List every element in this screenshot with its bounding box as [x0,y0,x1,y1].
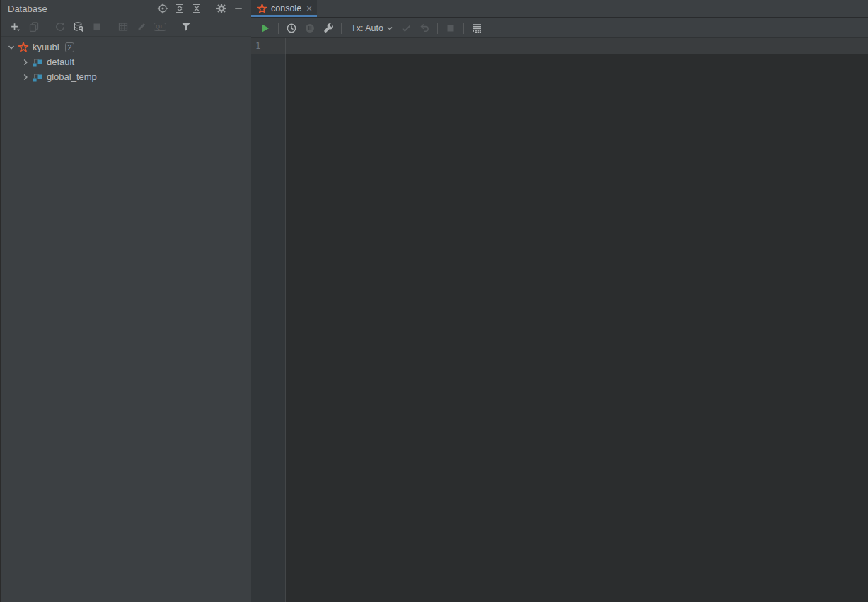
locate-icon[interactable] [154,1,171,16]
toolbar-separator [437,23,438,34]
editor-gutter [251,54,286,602]
database-tool-window: Database [0,0,251,602]
edit-icon[interactable] [132,19,151,35]
add-icon[interactable] [6,19,25,35]
commit-check-icon[interactable] [397,20,415,37]
expand-all-icon[interactable] [171,1,188,16]
chevron-right-icon[interactable] [19,57,31,68]
pause-icon[interactable] [301,20,319,37]
current-line-highlight: 1 [251,38,868,54]
datasource-properties-icon[interactable] [69,19,88,35]
tree-item-label: default [47,57,74,67]
close-icon[interactable]: × [306,4,312,13]
refresh-icon[interactable] [51,19,69,35]
tx-mode-label: Tx: Auto [351,23,383,33]
tree-row-default[interactable]: default [1,54,251,69]
toolbar-separator [463,23,464,34]
ql-console-icon[interactable]: QL [151,19,169,35]
header-separator [209,3,209,14]
gear-icon[interactable] [213,1,230,16]
toolbar-separator [341,23,342,34]
editor-tab-bar: console × [251,0,868,18]
hide-panel-icon[interactable] [230,1,247,16]
table-icon[interactable] [114,19,132,35]
kyuubi-star-icon [17,42,29,53]
tab-console[interactable]: console × [251,0,317,17]
stop-icon[interactable] [88,19,106,35]
stop-icon[interactable] [441,20,460,37]
ql-badge-label: QL [154,23,166,31]
tree-item-label: kyuubi [33,42,59,52]
toolbar-separator [278,23,279,34]
history-clock-icon[interactable] [282,20,301,37]
tab-label: console [271,4,301,13]
schema-icon [31,71,43,83]
tx-mode-dropdown[interactable]: Tx: Auto [351,23,394,33]
toolbar-separator [173,21,173,33]
output-options-icon[interactable] [468,20,486,37]
chevron-down-icon [386,24,394,33]
rollback-icon[interactable] [415,20,434,37]
console-toolbar: Tx: Auto [251,18,868,38]
code-input-area[interactable] [286,38,868,54]
schema-count-badge: 2 [65,42,75,52]
kyuubi-star-icon [257,4,267,14]
filter-icon[interactable] [177,19,195,35]
duplicate-icon[interactable] [25,19,43,35]
toolbar-separator [47,21,47,33]
editor-body [251,54,868,602]
collapse-all-icon[interactable] [188,1,205,16]
code-input-area[interactable] [286,54,868,602]
toolbar-separator [110,21,110,33]
chevron-down-icon[interactable] [5,42,17,53]
editor-area: console × Tx: Auto [251,0,868,602]
panel-title: Database [8,4,47,14]
wrench-icon[interactable] [319,20,337,37]
database-tree: kyuubi 2 default [1,37,251,602]
schema-icon [31,57,43,68]
sql-editor: 1 [251,38,868,602]
tree-row-global-temp[interactable]: global_temp [1,69,251,84]
database-toolbar: QL [1,17,251,37]
chevron-right-icon[interactable] [19,71,31,83]
database-panel-header: Database [1,0,251,17]
tree-item-label: global_temp [47,71,97,82]
line-number: 1 [251,38,286,54]
tree-row-kyuubi[interactable]: kyuubi 2 [1,40,251,54]
run-icon[interactable] [256,20,274,37]
